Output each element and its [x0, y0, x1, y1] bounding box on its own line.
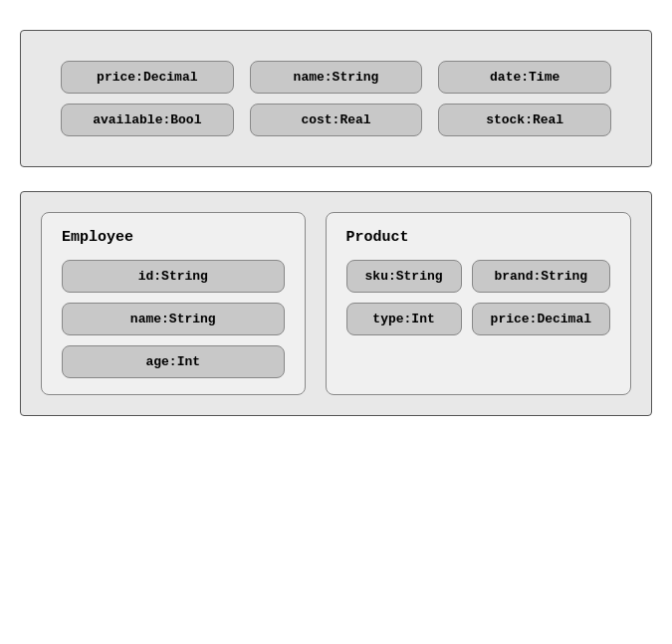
card-pills-grid: sku:Stringbrand:Stringtype:Intprice:Deci…: [346, 260, 610, 335]
complex-data-pill: name:String: [62, 303, 285, 335]
card-pills-column: id:Stringname:Stringage:Int: [62, 260, 285, 378]
complex-data-pill: price:Decimal: [472, 303, 610, 335]
basic-data-pill: cost:Real: [250, 104, 423, 136]
complex-outer-box: Employeeid:Stringname:Stringage:IntProdu…: [20, 191, 652, 416]
complex-card-title-1: Product: [346, 229, 610, 246]
basic-data-pill: price:Decimal: [61, 61, 234, 94]
basic-section: price:Decimalname:Stringdate:Timeavailab…: [20, 30, 652, 167]
complex-data-pill: age:Int: [62, 345, 285, 378]
basic-outer-box: price:Decimalname:Stringdate:Timeavailab…: [20, 30, 652, 167]
basic-data-pill: date:Time: [438, 61, 611, 94]
complex-card-employee: Employeeid:Stringname:Stringage:Int: [41, 212, 306, 395]
complex-data-pill: id:String: [62, 260, 285, 293]
basic-grid: price:Decimalname:Stringdate:Timeavailab…: [41, 51, 631, 146]
complex-card-title-0: Employee: [62, 229, 285, 246]
basic-data-pill: name:String: [250, 61, 423, 94]
complex-card-product: Productsku:Stringbrand:Stringtype:Intpri…: [326, 212, 631, 395]
complex-data-pill: type:Int: [346, 303, 462, 335]
complex-data-pill: brand:String: [472, 260, 610, 293]
complex-section: Employeeid:Stringname:Stringage:IntProdu…: [20, 191, 652, 416]
complex-grid: Employeeid:Stringname:Stringage:IntProdu…: [41, 212, 631, 395]
basic-data-pill: stock:Real: [438, 104, 611, 136]
complex-data-pill: sku:String: [346, 260, 462, 293]
basic-data-pill: available:Bool: [61, 104, 234, 136]
